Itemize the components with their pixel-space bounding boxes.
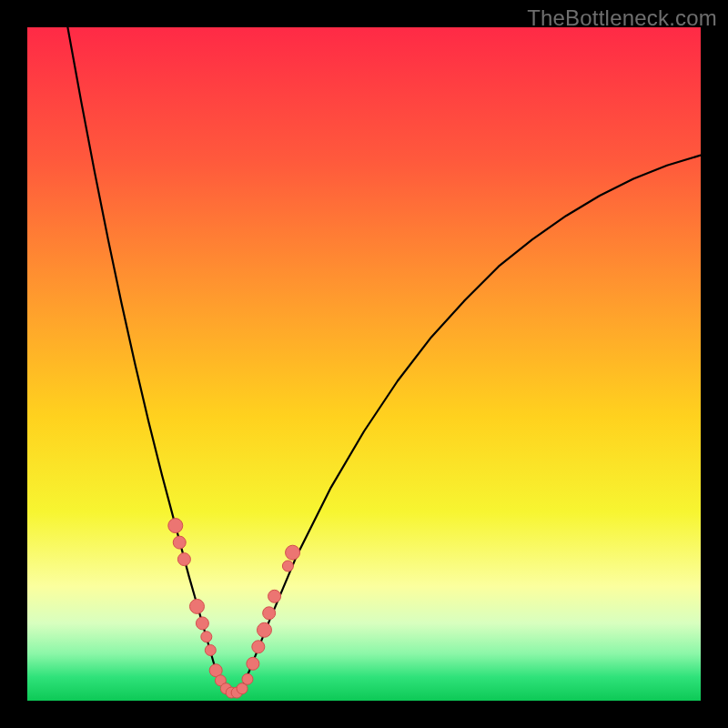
sample-dot — [173, 536, 186, 549]
sample-dot — [177, 553, 190, 566]
bottleneck-curve — [67, 27, 701, 693]
sample-dot — [196, 617, 208, 630]
sample-dot — [286, 545, 300, 560]
sample-dot — [201, 632, 212, 642]
sample-dot — [168, 519, 183, 533]
sample-dot — [252, 641, 265, 653]
sample-dot — [257, 622, 271, 637]
curve-layer — [27, 27, 701, 701]
sample-dot — [268, 590, 281, 602]
sample-dot — [205, 645, 216, 656]
plot-area — [27, 27, 701, 701]
sample-dot — [282, 561, 293, 571]
sample-dot — [242, 673, 253, 684]
sample-dots — [168, 519, 300, 699]
sample-dot — [263, 607, 276, 620]
sample-dot — [247, 657, 259, 670]
outer-frame: TheBottleneck.com — [0, 0, 728, 728]
sample-dot — [189, 599, 204, 613]
